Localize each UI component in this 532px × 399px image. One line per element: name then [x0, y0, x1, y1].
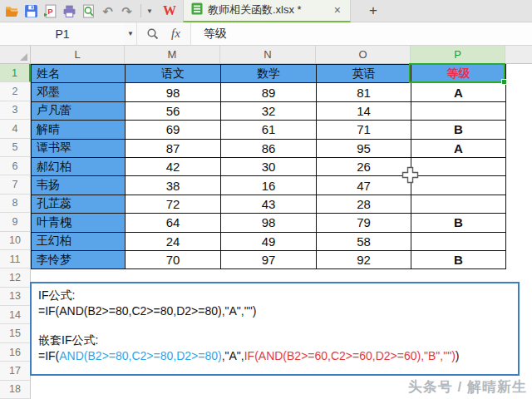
cell-grade-header[interactable]: 等级	[411, 65, 506, 83]
row-header-6[interactable]: 6	[0, 157, 31, 175]
row-header-5[interactable]: 5	[0, 139, 31, 157]
column-header-p[interactable]: P	[411, 46, 505, 63]
cell-english[interactable]: 58	[317, 233, 411, 251]
cell-name[interactable]: 郝幻柏	[32, 158, 126, 176]
row-header-4[interactable]: 4	[0, 120, 31, 138]
cell-math[interactable]: 98	[221, 214, 317, 232]
cell-chinese[interactable]: 69	[126, 121, 221, 139]
cell-math[interactable]: 86	[221, 140, 317, 158]
cell-english[interactable]: 28	[317, 195, 411, 214]
cell-english[interactable]: 79	[317, 214, 411, 232]
cell-chinese-header[interactable]: 语文	[126, 65, 221, 83]
row-header-12[interactable]: 12	[0, 268, 31, 287]
cell-math[interactable]: 30	[221, 158, 317, 176]
cell-math[interactable]: 49	[221, 233, 317, 251]
new-tab-button[interactable]: +	[369, 2, 377, 19]
cell-grade[interactable]: B	[411, 251, 506, 269]
cell-name[interactable]: 邓墨	[32, 83, 126, 101]
cell-name[interactable]: 韦扬	[32, 176, 126, 195]
name-box-value: P1	[55, 27, 69, 41]
redo-icon[interactable]: ↷	[120, 4, 134, 18]
cell-grade[interactable]: A	[411, 140, 506, 158]
name-box[interactable]: P1	[0, 22, 125, 45]
cell-chinese[interactable]: 70	[126, 251, 221, 269]
undo-icon[interactable]: ↶	[101, 4, 115, 18]
cell-chinese[interactable]: 42	[126, 158, 221, 176]
row-header-9[interactable]: 9	[0, 213, 31, 231]
cell-grade[interactable]: B	[411, 214, 506, 232]
cell-grade[interactable]	[411, 233, 506, 251]
cell-math[interactable]: 89	[221, 83, 317, 101]
row-header-16[interactable]: 16	[0, 343, 31, 362]
cell-english[interactable]: 26	[317, 158, 411, 176]
row-header-15[interactable]: 15	[0, 324, 31, 342]
export-pdf-icon[interactable]: P	[43, 4, 57, 18]
save-icon[interactable]	[24, 4, 38, 18]
cell-english[interactable]: 92	[317, 251, 411, 269]
print-preview-icon[interactable]	[81, 4, 96, 18]
row-header-10[interactable]: 10	[0, 232, 31, 250]
row-header-3[interactable]: 3	[0, 101, 31, 120]
cell-english[interactable]: 81	[317, 83, 411, 101]
document-tab[interactable]: 教师相关函数.xlsx * ×	[183, 0, 351, 22]
cell-grade[interactable]	[411, 195, 506, 214]
cell-name[interactable]: 王幻柏	[32, 233, 126, 251]
insert-function-icon[interactable]: fx	[171, 27, 180, 41]
name-box-dropdown-icon[interactable]: ▼	[125, 30, 136, 37]
row-header-2[interactable]: 2	[0, 82, 31, 101]
row-header-7[interactable]: 7	[0, 175, 31, 194]
row-header-11[interactable]: 11	[0, 250, 31, 268]
cell-name-header[interactable]: 姓名	[32, 65, 126, 83]
cell-math[interactable]: 61	[221, 121, 317, 139]
column-header-m[interactable]: M	[125, 46, 220, 63]
row-header-14[interactable]: 14	[0, 306, 31, 324]
cell-chinese[interactable]: 64	[126, 214, 221, 232]
cell-chinese[interactable]: 72	[126, 195, 221, 214]
row-header-17[interactable]: 17	[0, 362, 31, 380]
cell-grade[interactable]	[411, 102, 506, 121]
row-header-1[interactable]: 1	[0, 64, 31, 82]
row-header-13[interactable]: 13	[0, 288, 31, 306]
row-header-18[interactable]: 18	[0, 381, 31, 399]
cell-chinese[interactable]: 24	[126, 233, 221, 251]
cell-grade[interactable]	[411, 158, 506, 176]
toolbar-more-dropdown-icon[interactable]: ▼	[146, 7, 153, 15]
cell-name[interactable]: 谭书翠	[32, 140, 126, 158]
cell-name[interactable]: 李怜梦	[32, 251, 126, 269]
column-header-n[interactable]: N	[220, 46, 316, 63]
cell-math[interactable]: 32	[221, 102, 317, 121]
search-icon[interactable]	[145, 27, 160, 41]
column-header-o[interactable]: O	[316, 46, 411, 63]
cell-grade[interactable]: B	[411, 121, 506, 139]
cell-english[interactable]: 95	[317, 140, 411, 158]
cell-name[interactable]: 孔芷蕊	[32, 195, 126, 214]
cell-math-header[interactable]: 数学	[221, 65, 317, 83]
cell-chinese[interactable]: 98	[126, 83, 221, 101]
cell-english[interactable]: 14	[317, 102, 411, 121]
cell-name[interactable]: 叶青槐	[32, 214, 126, 232]
cell-math[interactable]: 43	[221, 195, 317, 214]
cell-english-header[interactable]: 英语	[317, 65, 411, 83]
formula-input[interactable]: 等级	[190, 22, 532, 45]
cell-name[interactable]: 卢凡蕾	[32, 102, 126, 121]
row-header-8[interactable]: 8	[0, 195, 31, 213]
cell-english[interactable]: 47	[317, 176, 411, 195]
cell-chinese[interactable]: 38	[126, 176, 221, 195]
cell-math[interactable]: 97	[221, 251, 317, 269]
select-all-corner[interactable]	[0, 46, 31, 63]
column-header-l[interactable]: L	[31, 46, 125, 63]
cell-english[interactable]: 71	[317, 121, 411, 139]
open-folder-icon[interactable]	[5, 4, 19, 18]
cell-name[interactable]: 解晴	[32, 121, 126, 139]
svg-text:P: P	[47, 6, 53, 15]
cell-chinese[interactable]: 87	[126, 140, 221, 158]
wps-logo: W	[163, 3, 176, 18]
row-headers: 1 2 3 4 5 6 7 8 9 10 11 12 13 14 15 16 1…	[0, 64, 31, 399]
cell-grade[interactable]: A	[411, 83, 506, 101]
print-icon[interactable]	[62, 4, 76, 18]
cell-grade[interactable]	[411, 176, 506, 195]
formula-note-box[interactable]: IF公式: =IF(AND(B2>=80,C2>=80,D2>=80),"A",…	[30, 282, 520, 376]
cell-chinese[interactable]: 56	[126, 102, 221, 121]
tab-close-icon[interactable]: ×	[332, 3, 342, 17]
cell-math[interactable]: 16	[221, 176, 317, 195]
